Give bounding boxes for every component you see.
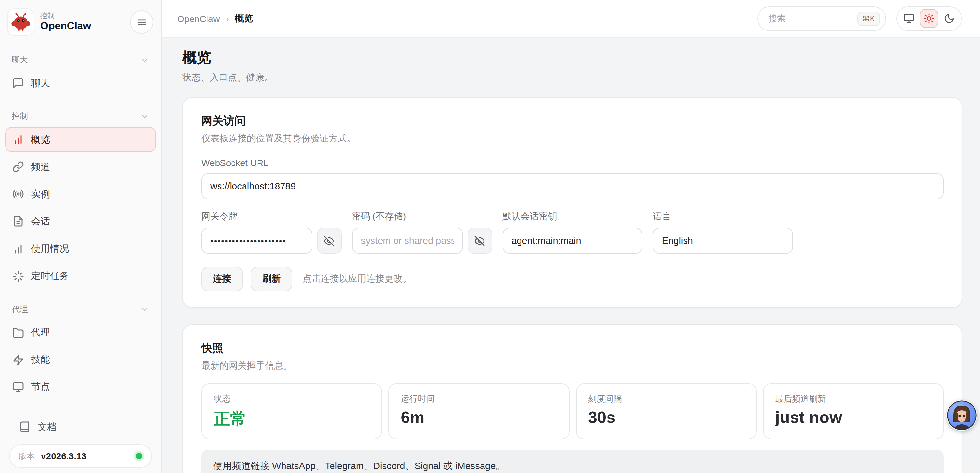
chevron-down-icon (140, 112, 150, 121)
menu-icon (136, 17, 147, 28)
sidebar-item-label: 文档 (38, 421, 57, 433)
avatar-illustration (946, 400, 977, 431)
status-dot (136, 453, 142, 459)
sidebar-header: 控制 OpenClaw (5, 8, 156, 41)
breadcrumb-separator: › (226, 13, 229, 24)
sidebar-section-agents[interactable]: 代理 (5, 304, 156, 315)
stat-label: 刻度间隔 (588, 393, 744, 405)
app-window: 控制 OpenClaw 聊天 聊天 控制 概览 频道 (0, 0, 980, 473)
sidebar-item-label: 会话 (31, 216, 50, 228)
main-area: OpenClaw › 概览 ⌘K (162, 0, 980, 473)
session-key-input[interactable] (502, 228, 643, 254)
snapshot-card-subtitle: 最新的网关握手信息。 (201, 360, 943, 372)
brand-kicker: 控制 (40, 12, 91, 20)
stat-label: 状态 (214, 393, 370, 405)
bar-chart-icon (12, 243, 24, 255)
sidebar-collapse-button[interactable] (130, 10, 153, 34)
sidebar-item-label: 实例 (31, 188, 50, 200)
breadcrumb: OpenClaw › 概览 (177, 13, 253, 24)
gateway-card-subtitle: 仪表板连接的位置及其身份验证方式。 (201, 133, 943, 145)
sidebar-item-sessions[interactable]: 会话 (5, 209, 156, 234)
folder-icon (12, 327, 24, 338)
session-key-field: 默认会话密钥 (502, 211, 643, 254)
password-input[interactable] (352, 228, 463, 254)
brand-name: OpenClaw (40, 20, 91, 32)
token-label: 网关令牌 (201, 211, 342, 222)
sidebar-item-docs[interactable]: 文档 (5, 413, 156, 441)
section-label: 代理 (12, 304, 28, 315)
stats-grid: 状态 正常 运行时间 6m 刻度间隔 30s 最后频道刷新 just now (201, 384, 943, 439)
chevron-down-icon (140, 56, 150, 65)
stat-card-tick-interval: 刻度间隔 30s (576, 384, 757, 439)
sidebar-item-label: 使用情况 (31, 243, 69, 255)
breadcrumb-root[interactable]: OpenClaw (177, 13, 220, 24)
stat-card-last-refresh: 最后频道刷新 just now (763, 384, 944, 439)
sidebar-item-channels[interactable]: 频道 (5, 154, 156, 179)
loader-icon (12, 270, 24, 282)
language-input[interactable] (653, 228, 793, 254)
version-pill: 版本 v2026.3.13 (9, 444, 152, 468)
search-shortcut-badge: ⌘K (857, 11, 880, 25)
stat-card-uptime: 运行时间 6m (389, 384, 570, 439)
sidebar-item-overview[interactable]: 概览 (5, 127, 156, 152)
session-key-label: 默认会话密钥 (502, 211, 643, 222)
stat-label: 运行时间 (401, 393, 557, 405)
sidebar: 控制 OpenClaw 聊天 聊天 控制 概览 频道 (0, 0, 162, 473)
monitor-icon (904, 13, 915, 24)
eye-off-icon (324, 235, 335, 246)
sidebar-item-cron[interactable]: 定时任务 (5, 264, 156, 289)
theme-dark-button[interactable] (940, 9, 959, 28)
stat-value: 正常 (214, 408, 370, 430)
connect-button[interactable]: 连接 (201, 267, 243, 291)
sidebar-item-label: 定时任务 (31, 270, 69, 282)
sidebar-item-label: 节点 (31, 381, 50, 394)
sidebar-item-label: 频道 (31, 160, 50, 173)
bar-chart-icon (12, 134, 24, 145)
search-field[interactable] (768, 14, 857, 23)
link-icon (12, 161, 24, 173)
snapshot-card-title: 快照 (201, 341, 943, 356)
lobster-mascot-icon (8, 9, 34, 35)
sidebar-item-nodes[interactable]: 节点 (5, 375, 156, 400)
stat-value: 6m (401, 408, 557, 427)
language-label: 语言 (653, 211, 793, 222)
theme-light-button[interactable] (920, 9, 939, 28)
ws-url-input[interactable] (201, 173, 943, 199)
sidebar-item-skills[interactable]: 技能 (5, 348, 156, 373)
token-visibility-button[interactable] (317, 228, 342, 254)
search-input[interactable]: ⌘K (757, 6, 886, 31)
sidebar-section-chat[interactable]: 聊天 (5, 54, 156, 65)
section-label: 聊天 (12, 54, 28, 65)
theme-system-button[interactable] (899, 9, 918, 28)
sidebar-item-usage[interactable]: 使用情况 (5, 236, 156, 261)
theme-toggle (896, 6, 962, 31)
topbar-right: ⌘K (757, 6, 962, 31)
sidebar-item-label: 聊天 (31, 77, 50, 89)
actions-hint: 点击连接以应用连接更改。 (303, 273, 412, 285)
gateway-form-grid: 网关令牌 密码 (不存储) (201, 211, 943, 254)
divider (0, 409, 161, 410)
sidebar-section-control[interactable]: 控制 (5, 111, 156, 122)
sidebar-item-instances[interactable]: 实例 (5, 182, 156, 207)
grid-spacer (803, 211, 943, 254)
page-subtitle: 状态、入口点、健康。 (183, 72, 963, 84)
sidebar-footer: 文档 版本 v2026.3.13 (5, 402, 156, 468)
password-visibility-button[interactable] (467, 228, 492, 254)
version-label: 版本 (19, 451, 34, 462)
sun-icon (923, 13, 935, 24)
gateway-token-input[interactable] (201, 228, 312, 254)
topbar: OpenClaw › 概览 ⌘K (162, 0, 980, 38)
chevron-down-icon (140, 305, 150, 314)
message-square-icon (12, 77, 24, 89)
ws-url-label: WebSocket URL (201, 158, 943, 168)
password-field: 密码 (不存储) (352, 211, 492, 254)
book-icon (19, 421, 30, 433)
refresh-button[interactable]: 刷新 (251, 267, 292, 291)
sidebar-item-label: 代理 (31, 326, 50, 339)
assistant-avatar[interactable] (946, 400, 977, 431)
sidebar-item-chat[interactable]: 聊天 (5, 71, 156, 95)
sidebar-item-agents[interactable]: 代理 (5, 320, 156, 345)
section-label: 控制 (12, 111, 28, 122)
gateway-access-card: 网关访问 仪表板连接的位置及其身份验证方式。 WebSocket URL 网关令… (183, 97, 963, 308)
page-content: 概览 状态、入口点、健康。 网关访问 仪表板连接的位置及其身份验证方式。 Web… (162, 38, 980, 473)
